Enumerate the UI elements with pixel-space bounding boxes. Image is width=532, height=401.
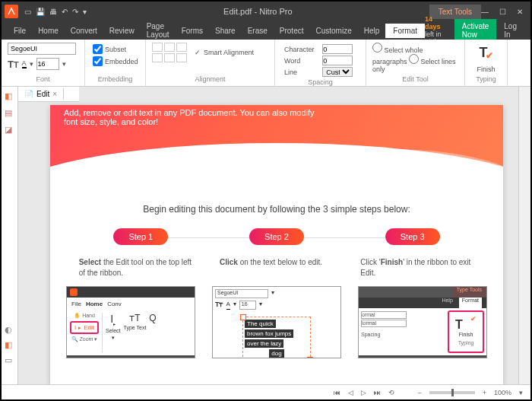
step-3-text: Click 'Finish' in the ribbon to exit Edi… [360,257,474,278]
menu-forms[interactable]: Forms [176,27,209,35]
step-1-text: Select the Edit tool on the top left of … [79,257,193,278]
font-family-select[interactable] [8,43,76,55]
menu-protect[interactable]: Protect [274,27,310,35]
activate-button[interactable]: Activate Now [454,19,497,42]
menu-home[interactable]: Home [32,27,65,35]
edit-tool-highlight: I▸ Edit [70,321,99,334]
panel-bookmarks-icon[interactable]: ▤ [5,108,15,119]
step-1-thumbnail: File Home Conv ✋Hand I▸ Edit 🔍Zoom ▾ I [66,286,195,358]
document-tab[interactable]: 📄 Edit × [18,88,64,100]
ribbon-font-label: Font [8,75,78,83]
nav-refresh-icon[interactable]: ⟲ [388,389,394,396]
left-lower-tools: ◐ ◧ ▭ [5,325,15,366]
align-top-icon[interactable] [152,53,163,62]
spacing-word-label: Word [283,56,319,65]
window-title: Edit.pdf - Nitro Pro [87,7,429,16]
ribbon-edit-tool-label: Edit Tool [372,75,458,83]
spacing-line-select[interactable]: Custom [322,67,353,77]
document-page: Add, remove or edit text in any PDF docu… [50,105,503,384]
menu-help[interactable]: Help [358,27,386,35]
ribbon-font-group: TT A▾ ▾ Font [2,40,85,86]
step-2-text: Click on the text below to edit. [220,257,334,278]
tool-icon-3[interactable]: ▭ [5,355,15,366]
spacing-word-input[interactable] [322,56,353,65]
embedded-checkbox[interactable]: Embedded [93,56,138,66]
text-format-icon[interactable]: TT [8,59,19,70]
font-size-input[interactable] [36,58,59,70]
menu-erase[interactable]: Erase [242,27,274,35]
nav-last-icon[interactable]: ⏭ [374,389,381,396]
panel-attachments-icon[interactable]: ◪ [5,125,15,135]
menu-page-layout[interactable]: Page Layout [141,22,176,39]
finish-tool-highlight: T✔ Finish Typing [448,310,484,353]
menu-customize[interactable]: Customize [310,27,358,35]
tool-icon-2[interactable]: ◧ [5,340,15,351]
app-icon [5,5,18,18]
ribbon-spacing-group: Character Word LineCustom Spacing [275,40,366,86]
align-right-icon[interactable] [176,43,187,52]
zoom-slider[interactable] [429,391,475,394]
align-bottom-icon[interactable] [176,53,187,62]
login-button[interactable]: Log In [496,22,524,39]
menu-file[interactable]: File [8,27,32,35]
zoom-dropdown-icon[interactable]: ▾ [519,389,523,396]
align-left-icon[interactable] [152,43,163,52]
hero-line-1: Add, remove or edit text in any PDF docu… [64,108,489,117]
zoom-value: 100% [494,389,511,396]
ribbon-embedding-label: Embedding [91,75,139,83]
qat-undo-icon[interactable]: ↶ [62,8,68,16]
step-2-pill: Step 2 [249,228,304,245]
tab-close-icon[interactable]: × [52,90,57,98]
qat-redo-icon[interactable]: ↷ [72,8,78,16]
nav-first-icon[interactable]: ⏮ [334,389,340,396]
qat-save-icon[interactable]: 💾 [36,8,45,16]
step-2-thumbnail: SegoeUI▾ Tᴛ A▾ 16▾ The quick brown fox j… [212,286,341,358]
ribbon-typing-group: T✔ Finish Typing [465,40,508,86]
titlebar: ▭ 💾 🖶 ↶ ↷ ▾ Edit.pdf - Nitro Pro Text To… [2,2,530,21]
align-center-icon[interactable] [164,43,175,52]
spacing-line-label: Line [283,67,319,77]
minimize-icon[interactable]: — [481,8,489,16]
menubar: File Home Convert Review Page Layout For… [2,21,530,40]
smart-alignment-checkbox[interactable]: ✓ Smart Alignment [195,49,254,56]
finish-label: Finish [477,65,495,73]
menu-review[interactable]: Review [103,27,141,35]
ribbon-alignment-label: Alignment [152,75,268,83]
ribbon-spacing-label: Spacing [281,78,359,86]
instruction-text: Begin editing this document by following… [50,204,503,215]
spacing-character-input[interactable] [322,44,353,54]
tool-icon-1[interactable]: ◐ [5,325,15,336]
align-middle-icon[interactable] [164,53,175,62]
ribbon-alignment-group: ✓ Smart Alignment Alignment [146,40,275,86]
ribbon: TT A▾ ▾ Font Subset Embedded Embedding [2,40,530,87]
panel-pages-icon[interactable]: ◧ [5,91,15,102]
font-color-icon[interactable]: A [22,59,27,68]
hero-banner: Add, remove or edit text in any PDF docu… [50,105,503,173]
qat-open-icon[interactable]: ▭ [24,8,31,16]
step-3-thumbnail: Type Tools HelpFormat ormal lormal Spaci… [358,286,487,358]
ribbon-edit-tool-group: Select whole paragraphs Select lines onl… [366,40,465,86]
maximize-icon[interactable]: ☐ [499,8,506,16]
status-bar: ⏮ ◁ ▷ ⏭ ⟲ − + 100% ▾ [2,384,530,399]
quick-access-toolbar: ▭ 💾 🖶 ↶ ↷ ▾ [24,8,87,16]
workspace: ◧ ▤ ◪ 📄 Edit × Add, remove or edit text … [2,87,530,384]
menu-convert[interactable]: Convert [65,27,103,35]
step-3-pill: Step 3 [385,228,440,245]
vertical-scrollbar[interactable] [518,87,530,384]
ribbon-embedding-group: Subset Embedded Embedding [85,40,146,86]
menu-share[interactable]: Share [209,27,242,35]
hero-line-2: font size, style, and color! [64,117,489,126]
close-icon[interactable]: ✕ [517,8,523,16]
menu-format[interactable]: Format [385,24,425,38]
qat-print-icon[interactable]: 🖶 [49,8,57,16]
tab-name: Edit [36,90,49,98]
document-tabs: 📄 Edit × [18,87,79,102]
steps-row: Step 1 Step 2 Step 3 [73,228,480,245]
subset-checkbox[interactable]: Subset [93,44,138,54]
nav-next-icon[interactable]: ▷ [361,389,366,396]
zoom-in-icon[interactable]: + [483,389,486,396]
zoom-out-icon[interactable]: − [417,389,421,396]
ribbon-typing-label: Typing [476,75,496,83]
nav-prev-icon[interactable]: ◁ [348,389,353,396]
finish-button[interactable]: T✔ [476,43,497,62]
